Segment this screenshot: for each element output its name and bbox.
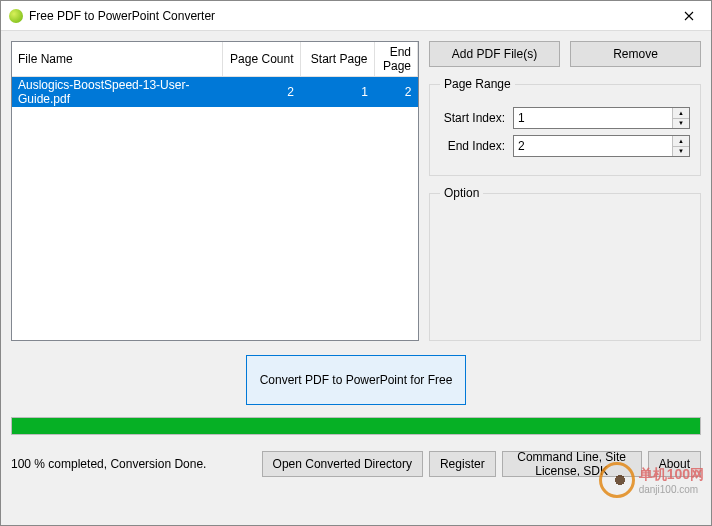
progress-fill bbox=[12, 418, 700, 434]
end-index-label: End Index: bbox=[440, 139, 505, 153]
progress-bar bbox=[11, 417, 701, 435]
status-text: 100 % completed, Conversion Done. bbox=[11, 457, 256, 471]
option-legend: Option bbox=[440, 186, 483, 200]
command-line-button[interactable]: Command Line, Site License, SDK bbox=[502, 451, 642, 477]
about-button[interactable]: About bbox=[648, 451, 701, 477]
end-index-spinner[interactable]: ▲ ▼ bbox=[513, 135, 690, 157]
start-index-label: Start Index: bbox=[440, 111, 505, 125]
open-directory-button[interactable]: Open Converted Directory bbox=[262, 451, 423, 477]
end-index-down[interactable]: ▼ bbox=[673, 147, 689, 157]
close-icon bbox=[684, 11, 694, 21]
app-icon bbox=[9, 9, 23, 23]
cell-filename: Auslogics-BoostSpeed-13-User-Guide.pdf bbox=[12, 77, 222, 108]
end-index-input[interactable] bbox=[514, 136, 672, 156]
close-button[interactable] bbox=[667, 1, 711, 30]
page-range-legend: Page Range bbox=[440, 77, 515, 91]
add-pdf-button[interactable]: Add PDF File(s) bbox=[429, 41, 560, 67]
table-header-row: File Name Page Count Start Page End Page bbox=[12, 42, 418, 77]
file-table[interactable]: File Name Page Count Start Page End Page… bbox=[11, 41, 419, 341]
cell-startpage: 1 bbox=[300, 77, 374, 108]
remove-button[interactable]: Remove bbox=[570, 41, 701, 67]
col-filename[interactable]: File Name bbox=[12, 42, 222, 77]
start-index-down[interactable]: ▼ bbox=[673, 119, 689, 129]
start-index-input[interactable] bbox=[514, 108, 672, 128]
start-index-spinner[interactable]: ▲ ▼ bbox=[513, 107, 690, 129]
col-startpage[interactable]: Start Page bbox=[300, 42, 374, 77]
col-endpage[interactable]: End Page bbox=[374, 42, 418, 77]
option-group: Option bbox=[429, 186, 701, 341]
register-button[interactable]: Register bbox=[429, 451, 496, 477]
end-index-up[interactable]: ▲ bbox=[673, 136, 689, 147]
cell-endpage: 2 bbox=[374, 77, 418, 108]
cell-pagecount: 2 bbox=[222, 77, 300, 108]
page-range-group: Page Range Start Index: ▲ ▼ End Index: bbox=[429, 77, 701, 176]
col-pagecount[interactable]: Page Count bbox=[222, 42, 300, 77]
window-title: Free PDF to PowerPoint Converter bbox=[29, 9, 667, 23]
convert-button[interactable]: Convert PDF to PowerPoint for Free bbox=[246, 355, 466, 405]
start-index-up[interactable]: ▲ bbox=[673, 108, 689, 119]
table-row[interactable]: Auslogics-BoostSpeed-13-User-Guide.pdf 2… bbox=[12, 77, 418, 108]
